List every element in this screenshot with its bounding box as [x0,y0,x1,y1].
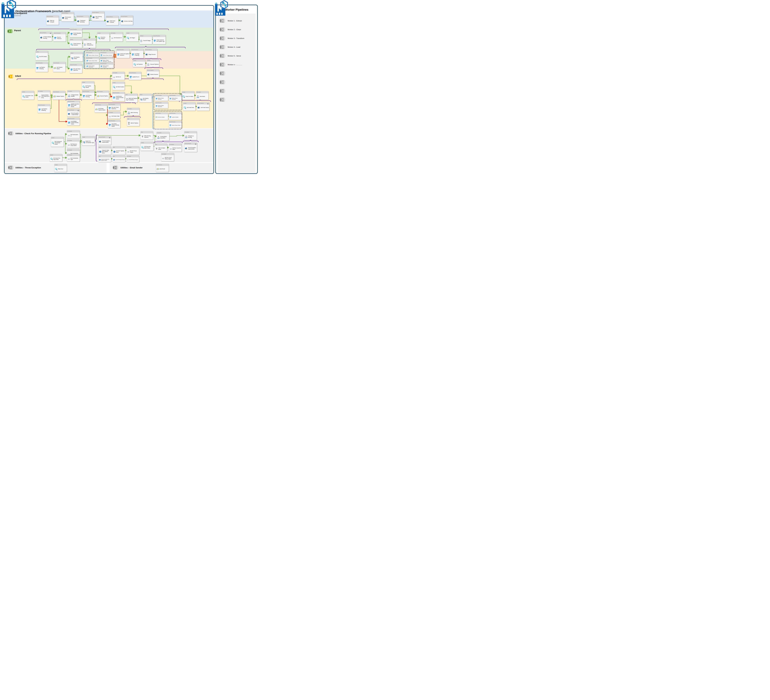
worker-item-blank [219,97,226,103]
node-type-header: Execute Pipeline [121,16,133,18]
svg-text:x: x [68,158,69,160]
switch-icon [140,98,142,101]
azure-function-icon [157,168,159,171]
stored-procedure-icon [113,96,115,99]
set-execution-id: Set Variable( )xSet Execution Id [110,32,123,42]
capture-worker-core-detail: Set Variable( )xCapture Worker Core Deta… [37,90,50,100]
node-type-header: Stored Procedure [108,120,120,122]
get-adf-pipeline-runs: WebGet ADF Pipeline Runs [112,146,125,155]
node-type-header: Set Variable [169,144,181,145]
node-type-header: Set Variable [108,111,120,114]
filter-for-batch-name: FilterFilter for Batch Name [155,144,167,152]
stored-procedure-icon [154,39,156,42]
node-label: If Using Batch Executions [160,136,169,139]
set-orchestrator-type-2: Set Variable( )xSet Orchestrator Type [67,154,80,161]
node-label: Set Last Check DateTime [112,107,120,109]
node-label: Set Resource Group Name [71,144,79,146]
stored-procedure-icon [36,67,39,69]
web-icon [99,159,101,161]
node-type-header: Until [125,94,138,96]
node-label: Scale Up Compute [50,20,58,23]
dashed-group-box [84,50,115,69]
execute-pipeline: Azure FunctionExecute Pipeline [96,90,109,99]
get-pipeline-params: LookupGet Pipeline Params [82,81,94,90]
node-type-header: Set Variable [126,146,139,148]
mini-pipeline-icon [195,143,197,145]
section-label: Infant [15,75,21,77]
node-label: Set Orchestrator Type [71,158,79,160]
set-variable-icon: ( )x [38,95,41,98]
node-type-header: Lookup [97,32,110,34]
stored-procedure-icon [38,108,41,111]
get-wait-duration: LookupGet Wait Duration [112,82,125,90]
node-type-header: Stored Procedure [131,49,143,51]
node-type-header: Azure Function [53,62,65,64]
call-email-sender: Execute PipelineCall Email Sender [197,102,209,111]
worker-pipe-icon [219,97,226,103]
node-label: Set Subscription Id [71,134,79,137]
check-previous-execution: LookupCheck Previous Execution [70,39,82,48]
node-label: Scale Down Compute [110,20,118,23]
pipeline-icon [77,20,80,23]
node-label: Get Pipeline Status [57,67,65,69]
node-label: Get SPN Details [39,56,47,57]
log-stage-preparing: Stored ProcedureLog Stage Preparing [131,48,144,58]
worker-item-1: Worker 1 - Extract [219,18,242,24]
node-type-header: Execute Pipeline [92,11,104,13]
node-label: Wait If Running [131,112,138,113]
node-type-header: Lookup [82,81,94,84]
node-type-header: Stored Procedure [129,72,141,74]
node-label: Execute Pipeline [100,95,108,97]
foreach-icon [140,39,143,42]
log-validate-function-activity-failure: Stored ProcedureLog Validate Function Ac… [67,118,80,126]
node-type-header: Lookup [22,91,34,93]
worker-item-5: Worker 5 - Serve [219,53,241,59]
node-label: Execute Stages [143,40,150,41]
pipeline-icon [107,20,109,23]
node-label: Environment Setup [65,17,73,19]
orchestration-framework-diagram: Grandparent(Optional) Parent Infant Chil… [0,0,259,175]
stored-procedure-icon [54,37,57,39]
worker-pipe-icon [219,88,226,94]
lookup-icon [22,95,25,98]
stored-procedure-icon [70,68,73,71]
worker-item-blank [219,71,226,76]
node-label: Send Email [160,168,165,169]
node-type-header: Execute Pipeline [46,16,59,18]
get-worker-pipeline-status: Azure FunctionGet Worker Pipeline Status [95,104,107,113]
send-email: Azure FunctionSend Email [156,164,169,172]
lookup-icon [50,158,53,160]
if-pipeline-is-running: If ConditionIf Pipeline Is Running [184,131,197,140]
node-label: Filter for Batch Name [158,147,167,150]
node-type-header: Switch [82,136,95,138]
set-last-check-datetime-parent: Stored ProcedureSet Last Check DateTime [70,64,82,73]
node-type-header: Stored Procedure [108,103,120,106]
scale-down-compute: Execute PipelineScale Down Compute [106,16,118,25]
set-subscription-id: Set Variable( )xSet Subscription Id [67,130,80,138]
node-type-header: Filter [141,131,153,133]
stored-procedure-icon [108,124,111,126]
node-label: Check For Alerts [185,96,193,97]
check-for-valid-syn-pipeline-name: WebCheck for Valid SYN Pipeline Name [98,155,111,162]
section-label: Utilities – Email Sender [120,166,142,169]
svg-text:x: x [109,115,110,117]
section-pipe-icon [7,165,14,170]
node-label: Get SYN Pipeline Runs [115,159,125,160]
set-variable-icon: ( )x [162,157,165,160]
get-spn-details: LookupGet SPN Details [36,51,48,60]
node-type-header: Lookup [51,137,64,139]
set-resource-group-name: Set Variable( )xSet Resource Group Name [67,139,80,148]
execute-stages: ForEachExecute Stages [139,35,152,44]
node-label: Set Run Id [116,76,121,77]
if-condition-icon [128,111,130,114]
set-pipeline-result: SwitchSet Pipeline Result [139,94,152,103]
lookup-icon [126,37,129,39]
archive-cold-data: Execute PipelineArchive Cold Data [120,15,133,25]
stored-procedure-icon [68,121,71,124]
pipeline-icon [68,113,71,115]
if-using-batch-executions: If ConditionIf Using Batch Executions [157,132,170,140]
node-type-header: Stored Procedure [67,118,79,120]
set-variable-icon: ( )x [170,147,172,150]
section-pipe-icon [112,165,118,170]
node-type-header: Lookup [70,39,82,40]
